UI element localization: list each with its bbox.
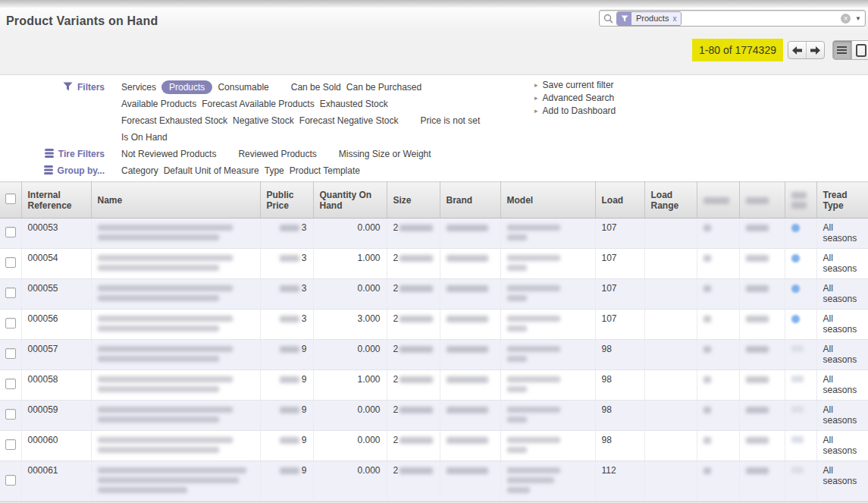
select-all-checkbox[interactable] — [5, 193, 16, 204]
row-select-cell[interactable] — [0, 431, 21, 461]
filter-item-negative-stock[interactable]: Negative Stock — [233, 115, 294, 126]
row-checkbox[interactable] — [5, 348, 16, 359]
table-row[interactable]: 000061 9 0.000 2 112 All seasons — [0, 461, 868, 501]
filter-section-header[interactable]: Tire Filters — [0, 148, 105, 165]
size-cell: 2 — [387, 401, 440, 431]
public-price-cell: 3 — [260, 310, 313, 340]
redacted-flag — [791, 376, 804, 382]
flag-cell — [785, 279, 816, 310]
column-header-public-price[interactable]: Public Price — [260, 182, 313, 218]
row-checkbox[interactable] — [5, 227, 16, 237]
filter-item-default-unit-of-measure[interactable]: Default Unit of Measure — [164, 165, 259, 176]
filter-item-can-be-sold[interactable]: Can be Sold — [291, 82, 341, 93]
column-header-internal-reference[interactable]: Internal Reference — [21, 182, 91, 218]
filter-item-consumable[interactable]: Consumable — [218, 82, 268, 93]
search-facet-products[interactable]: Products x — [616, 11, 682, 26]
filter-item-services[interactable]: Services — [121, 82, 156, 93]
column-header-name[interactable]: Name — [91, 182, 260, 218]
load-range-cell — [644, 218, 697, 249]
pager-previous-button[interactable] — [788, 42, 806, 58]
load-range-cell — [644, 370, 697, 401]
row-select-cell[interactable] — [0, 370, 21, 401]
list-view-button[interactable] — [833, 41, 851, 59]
name-cell-redacted — [91, 431, 260, 461]
table-row[interactable]: 000058 9 1.000 2 98 All seasons — [0, 370, 868, 401]
table-row[interactable]: 000057 9 0.000 2 98 All seasons — [0, 340, 868, 370]
name-cell-redacted — [91, 401, 260, 431]
filter-item-exhausted-stock[interactable]: Exhausted Stock — [320, 99, 388, 109]
facet-label: Products — [636, 14, 669, 23]
select-all-header[interactable] — [0, 182, 21, 218]
filter-item-available-products[interactable]: Available Products — [121, 99, 196, 109]
filter-item-not-reviewed-products[interactable]: Not Reviewed Products — [121, 149, 216, 159]
column-header-model[interactable]: Model — [500, 182, 595, 218]
filter-item-missing-size-or-weight[interactable]: Missing Size or Weight — [339, 149, 431, 159]
filter-section-header[interactable]: Filters — [0, 81, 105, 148]
name-cell-redacted — [91, 461, 260, 501]
row-checkbox[interactable] — [5, 475, 16, 486]
row-checkbox[interactable] — [5, 439, 16, 450]
speed-cell-redacted — [697, 370, 739, 401]
tread-cell-redacted — [739, 279, 785, 310]
search-box[interactable]: Products x × ▼ — [599, 10, 866, 27]
size-redacted — [400, 255, 433, 262]
link-save-current-filter[interactable]: ▸Save current filter — [534, 80, 616, 90]
column-header-load-range[interactable]: Load Range — [644, 182, 697, 218]
table-row[interactable]: 000055 3 0.000 2 107 All seasons — [0, 279, 868, 310]
load-cell: 98 — [595, 340, 644, 370]
load-range-cell — [644, 401, 697, 431]
name-cell-redacted — [91, 370, 260, 401]
price-redacted — [280, 225, 299, 231]
row-checkbox[interactable] — [5, 288, 16, 298]
table-row[interactable]: 000059 9 0.000 2 98 All seasons — [0, 401, 868, 431]
model-cell-redacted — [500, 370, 595, 401]
filter-item-category[interactable]: Category — [121, 165, 158, 176]
table-body: 000053 3 0.000 2 107 All seasons 000054 … — [0, 218, 868, 501]
tread-cell-redacted — [739, 310, 785, 340]
column-header-load[interactable]: Load — [595, 182, 644, 218]
column-header-size[interactable]: Size — [387, 182, 440, 218]
pager-next-button[interactable] — [806, 42, 824, 58]
filter-item-can-be-purchased[interactable]: Can be Purchased — [346, 82, 421, 93]
filter-item-product-template[interactable]: Product Template — [290, 165, 360, 176]
price-redacted — [280, 437, 299, 444]
row-select-cell[interactable] — [0, 340, 21, 370]
link-add-to-dashboard[interactable]: ▸Add to Dashboard — [534, 105, 616, 116]
column-header-brand[interactable]: Brand — [440, 182, 500, 218]
column-header-tread-type[interactable]: Tread Type — [816, 182, 868, 218]
link-advanced-search[interactable]: ▸Advanced Search — [534, 93, 616, 103]
filter-section-header[interactable]: Group by... — [0, 165, 105, 181]
load-cell: 107 — [595, 279, 644, 310]
row-checkbox[interactable] — [5, 409, 16, 420]
search-clear-button[interactable]: × — [841, 14, 851, 24]
speed-cell-redacted — [697, 340, 739, 370]
table-row[interactable]: 000054 3 1.000 2 107 All seasons — [0, 249, 868, 279]
filter-item-forecast-available-products[interactable]: Forecast Available Products — [202, 99, 315, 109]
filter-item-forecast-exhausted-stock[interactable]: Forecast Exhausted Stock — [121, 115, 227, 126]
row-select-cell[interactable] — [0, 218, 21, 249]
filter-item-is-on-hand[interactable]: Is On Hand — [121, 132, 168, 143]
table-row[interactable]: 000053 3 0.000 2 107 All seasons — [0, 218, 868, 249]
column-header-quantity-on-hand[interactable]: Quantity On Hand — [313, 182, 387, 218]
filter-item-price-is-not-set[interactable]: Price is not set — [421, 115, 481, 126]
load-range-cell — [644, 310, 697, 340]
row-checkbox[interactable] — [5, 257, 16, 268]
public-price-cell: 3 — [260, 218, 313, 249]
row-select-cell[interactable] — [0, 310, 21, 340]
filter-item-products[interactable]: Products — [161, 80, 212, 94]
row-select-cell[interactable] — [0, 401, 21, 431]
row-select-cell[interactable] — [0, 249, 21, 279]
filter-item-type[interactable]: Type — [265, 165, 284, 176]
form-view-button[interactable] — [851, 41, 868, 59]
filter-item-forecast-negative-stock[interactable]: Forecast Negative Stock — [299, 115, 399, 126]
row-select-cell[interactable] — [0, 279, 21, 310]
row-checkbox[interactable] — [5, 318, 16, 329]
facet-remove-button[interactable]: x — [672, 14, 676, 23]
row-checkbox[interactable] — [5, 379, 16, 389]
search-dropdown-icon[interactable]: ▼ — [855, 15, 861, 22]
funnel-icon — [63, 82, 73, 93]
table-row[interactable]: 000060 9 0.000 2 98 All seasons — [0, 431, 868, 461]
filter-item-reviewed-products[interactable]: Reviewed Products — [238, 149, 316, 159]
table-row[interactable]: 000056 3 3.000 2 107 All seasons — [0, 310, 868, 340]
row-select-cell[interactable] — [0, 461, 21, 501]
